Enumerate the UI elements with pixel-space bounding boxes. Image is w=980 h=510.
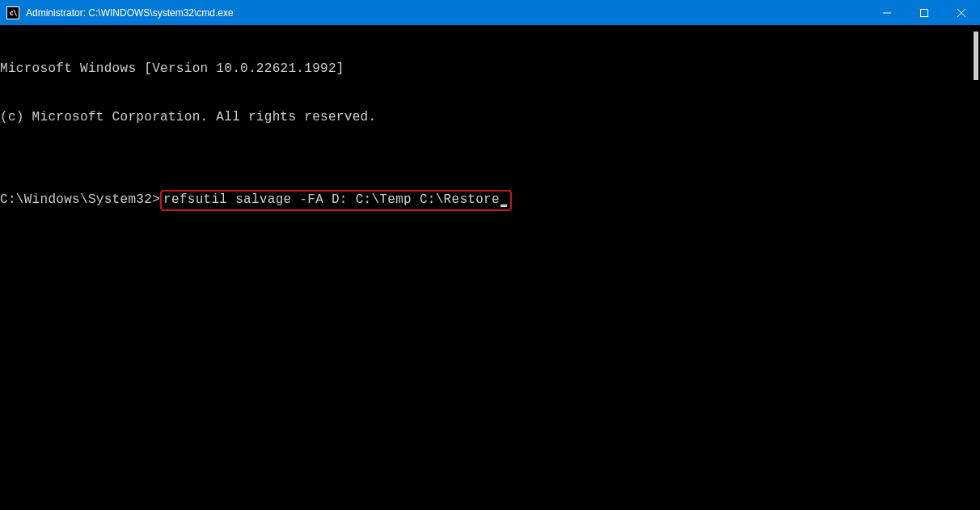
window-title: Administrator: C:\WINDOWS\system32\cmd.e… bbox=[26, 7, 868, 19]
command-highlight: refsutil salvage -FA D: C:\Temp C:\Resto… bbox=[160, 190, 512, 211]
window-titlebar: c\ Administrator: C:\WINDOWS\system32\cm… bbox=[0, 0, 980, 25]
terminal-output-line: (c) Microsoft Corporation. All rights re… bbox=[0, 109, 980, 125]
terminal-command: refsutil salvage -FA D: C:\Temp C:\Resto… bbox=[163, 192, 500, 207]
cmd-icon: c\ bbox=[6, 6, 19, 19]
terminal-scrollbar[interactable] bbox=[974, 32, 978, 80]
close-button[interactable] bbox=[943, 0, 980, 25]
svg-rect-1 bbox=[921, 9, 928, 16]
terminal-cursor bbox=[501, 204, 507, 207]
cmd-icon-text: c\ bbox=[10, 9, 17, 17]
maximize-button[interactable] bbox=[906, 0, 943, 25]
terminal-area[interactable]: Microsoft Windows [Version 10.0.22621.19… bbox=[0, 25, 980, 510]
minimize-button[interactable] bbox=[868, 0, 906, 25]
terminal-prompt: C:\Windows\System32> bbox=[0, 192, 160, 207]
window-controls bbox=[868, 0, 980, 25]
terminal-output-line: Microsoft Windows [Version 10.0.22621.19… bbox=[0, 61, 980, 77]
terminal-prompt-line: C:\Windows\System32>refsutil salvage -FA… bbox=[0, 190, 980, 211]
